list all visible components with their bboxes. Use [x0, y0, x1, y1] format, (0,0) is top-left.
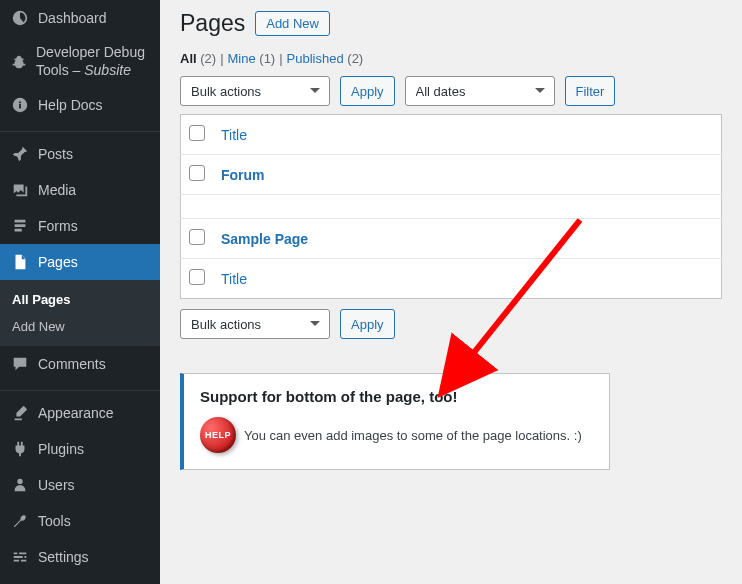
select-all-bottom[interactable]	[189, 269, 205, 285]
sidebar-item-label: Dashboard	[38, 10, 107, 26]
row-title-link[interactable]: Forum	[221, 167, 265, 183]
user-icon	[10, 475, 30, 495]
filter-button[interactable]: Filter	[565, 76, 616, 106]
sidebar-item-label: Users	[38, 477, 75, 493]
sidebar-submenu: All PagesAdd New	[0, 280, 160, 346]
sidebar-item-media[interactable]: Media	[0, 172, 160, 208]
plug-icon	[10, 439, 30, 459]
filter-link-all[interactable]: All	[180, 51, 200, 66]
admin-sidebar: DashboardDeveloper Debug Tools – Subsite…	[0, 0, 160, 584]
row-title-link[interactable]: Sample Page	[221, 231, 308, 247]
sidebar-item-settings[interactable]: Settings	[0, 539, 160, 575]
pages-icon	[10, 252, 30, 272]
filter-count: (2)	[347, 51, 363, 66]
bottom-notice: Support for bottom of the page, too! HEL…	[180, 373, 610, 470]
col-title-footer[interactable]: Title	[213, 259, 722, 299]
sidebar-subitem[interactable]: All Pages	[0, 286, 160, 313]
table-spacer	[181, 195, 722, 219]
bug-icon	[10, 52, 28, 72]
sidebar-item-tools[interactable]: Tools	[0, 503, 160, 539]
sidebar-item-label: Posts	[38, 146, 73, 162]
info-icon	[10, 95, 30, 115]
filter-count: (1)	[259, 51, 275, 66]
pages-table: Title ForumSample Page Title	[180, 114, 722, 299]
help-icon: HELP	[200, 417, 236, 453]
select-all-top[interactable]	[189, 125, 205, 141]
sidebar-subitem[interactable]: Add New	[0, 313, 160, 340]
sidebar-item-comments[interactable]: Comments	[0, 346, 160, 382]
sidebar-item-dashboard[interactable]: Dashboard	[0, 0, 160, 36]
sidebar-item-appearance[interactable]: Appearance	[0, 395, 160, 431]
row-checkbox[interactable]	[189, 229, 205, 245]
bulk-actions-select-bottom[interactable]: Bulk actions	[180, 309, 330, 339]
sidebar-item-help[interactable]: Help Docs	[0, 87, 160, 123]
filter-link-published[interactable]: Published	[287, 51, 348, 66]
sidebar-item-label: Forms	[38, 218, 78, 234]
sidebar-item-label: Tools	[38, 513, 71, 529]
media-icon	[10, 180, 30, 200]
page-title: Pages	[180, 10, 245, 37]
bulk-actions-select-bottom-wrap: Bulk actions	[180, 309, 330, 339]
col-title-header[interactable]: Title	[213, 115, 722, 155]
add-new-button[interactable]: Add New	[255, 11, 330, 36]
sidebar-item-forms[interactable]: Forms	[0, 208, 160, 244]
forms-icon	[10, 216, 30, 236]
filter-link-mine[interactable]: Mine	[228, 51, 260, 66]
row-checkbox[interactable]	[189, 165, 205, 181]
bulk-actions-select-wrap: Bulk actions	[180, 76, 330, 106]
sidebar-item-label: Comments	[38, 356, 106, 372]
content-area: Pages Add New All (2)|Mine (1)|Published…	[160, 0, 742, 584]
dashboard-icon	[10, 8, 30, 28]
sidebar-item-label: Appearance	[38, 405, 114, 421]
date-filter-select[interactable]: All dates	[405, 76, 555, 106]
sidebar-item-users[interactable]: Users	[0, 467, 160, 503]
sidebar-item-debug[interactable]: Developer Debug Tools – Subsite	[0, 36, 160, 87]
sidebar-item-plugins[interactable]: Plugins	[0, 431, 160, 467]
sidebar-item-label: Help Docs	[38, 97, 103, 113]
filter-links: All (2)|Mine (1)|Published (2)	[180, 51, 722, 66]
notice-title: Support for bottom of the page, too!	[200, 388, 593, 405]
sidebar-item-label: Settings	[38, 549, 89, 565]
pin-icon	[10, 144, 30, 164]
sliders-icon	[10, 547, 30, 567]
bulk-actions-select[interactable]: Bulk actions	[180, 76, 330, 106]
table-row: Sample Page	[181, 219, 722, 259]
sidebar-item-posts[interactable]: Posts	[0, 136, 160, 172]
comment-icon	[10, 354, 30, 374]
apply-button-top[interactable]: Apply	[340, 76, 395, 106]
filter-count: (2)	[200, 51, 216, 66]
date-filter-select-wrap: All dates	[405, 76, 555, 106]
sidebar-item-label: Developer Debug Tools – Subsite	[36, 44, 150, 79]
notice-body-text: You can even add images to some of the p…	[244, 428, 582, 443]
sidebar-item-label: Pages	[38, 254, 78, 270]
apply-button-bottom[interactable]: Apply	[340, 309, 395, 339]
table-row: Forum	[181, 155, 722, 195]
sidebar-item-label: Plugins	[38, 441, 84, 457]
brush-icon	[10, 403, 30, 423]
wrench-icon	[10, 511, 30, 531]
sidebar-item-label: Media	[38, 182, 76, 198]
sidebar-item-pages[interactable]: Pages	[0, 244, 160, 280]
